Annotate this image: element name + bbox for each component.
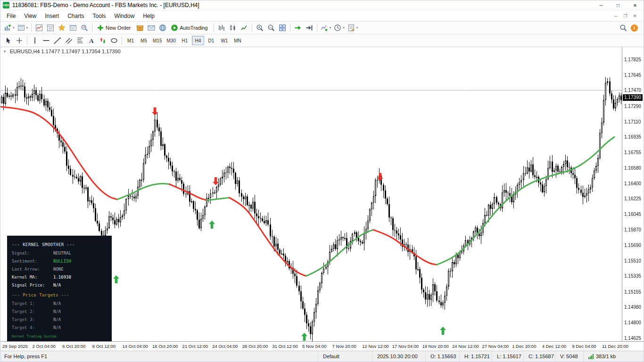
panel-row-value: 1.16938 xyxy=(53,275,71,280)
price-axis-label: 1.15510 xyxy=(624,258,641,263)
periods-icon xyxy=(334,24,341,32)
autotrading-icon xyxy=(171,24,178,32)
search-icon[interactable] xyxy=(619,24,627,32)
terminal-button[interactable] xyxy=(67,23,79,33)
price-axis-label: 1.17825 xyxy=(624,57,641,62)
timeframe-mn-button[interactable]: MN xyxy=(231,36,244,45)
time-axis-label: 7 Nov 20:00 xyxy=(332,344,356,349)
vertical-line-button[interactable] xyxy=(29,35,41,46)
toolbar-separator xyxy=(122,36,122,45)
zoom-out-button[interactable] xyxy=(265,23,277,33)
cursor-button[interactable] xyxy=(2,35,14,46)
fibonacci-retracement-button[interactable] xyxy=(74,35,86,46)
time-axis-label: 1 Dec 20:00 xyxy=(512,344,536,349)
svg-text:A: A xyxy=(89,37,94,44)
dropdown-caret-icon: ▾ xyxy=(330,26,331,30)
autotrading-button[interactable]: AutoTrading xyxy=(168,23,212,33)
data-window-button[interactable] xyxy=(45,23,56,33)
menu-insert[interactable]: Insert xyxy=(41,11,63,21)
horizontal-line-button[interactable] xyxy=(41,35,52,46)
timeframe-m1-button[interactable]: M1 xyxy=(124,36,137,45)
menu-bar: FileViewInsertChartsToolsWindowHelp ─❐✕ xyxy=(0,10,644,21)
price-axis[interactable]: 1.178251.176451.174701.172901.171101.169… xyxy=(622,47,644,341)
panel-row-label: Kernel MA: xyxy=(12,275,53,280)
trendline-button[interactable] xyxy=(52,35,63,46)
minimize-button[interactable]: ─ xyxy=(593,0,610,10)
title-bar: FBS 11836081: FBS-Demo - Demo Account - … xyxy=(0,0,644,10)
current-price-badge: 1.17390 xyxy=(623,94,643,101)
price-axis-label: 1.16580 xyxy=(624,165,641,171)
one-click-trading-arrow[interactable]: ▼ xyxy=(3,49,7,54)
text-label-button[interactable]: A xyxy=(86,35,97,46)
shapes-button[interactable] xyxy=(108,35,120,46)
horizontal-line-icon xyxy=(42,37,50,44)
price-axis-label: 1.14800 xyxy=(624,320,641,325)
menu-charts[interactable]: Charts xyxy=(63,11,88,21)
chart-minimize-button[interactable]: ─ xyxy=(612,14,620,18)
timeframe-m15-button[interactable]: M15 xyxy=(151,36,164,45)
status-volume: V: 5048 xyxy=(555,351,583,362)
status-high: H: 1.15721 xyxy=(459,351,492,362)
panel-row-value: BULLISH xyxy=(53,259,71,263)
time-axis-label: 28 Oct 20:00 xyxy=(242,344,268,349)
zoom-in-button[interactable] xyxy=(254,23,265,33)
maximize-button[interactable]: □ xyxy=(610,0,627,10)
panel-row-label: Signal: xyxy=(12,251,53,255)
codebase-button[interactable] xyxy=(146,23,157,33)
chart-close-button[interactable]: ✕ xyxy=(631,14,639,18)
toolbar-separator xyxy=(27,36,27,45)
menu-view[interactable]: View xyxy=(20,11,41,21)
arrow-objects-button[interactable] xyxy=(97,35,108,46)
tile-windows-button[interactable] xyxy=(277,23,288,33)
indicators-button[interactable]: ▾ xyxy=(319,23,333,33)
strategy-tester-button[interactable] xyxy=(79,23,90,33)
status-profile[interactable]: Default xyxy=(318,351,372,362)
auto-scroll-button[interactable] xyxy=(292,23,304,33)
navigator-button[interactable] xyxy=(56,23,67,33)
crosshair-button[interactable] xyxy=(14,35,25,46)
status-bar-time: 2025.10.30 20:00 xyxy=(372,351,425,362)
chart-shift-button[interactable] xyxy=(304,23,315,33)
mql5-community-icon xyxy=(159,24,166,32)
timeframe-w1-button[interactable]: W1 xyxy=(218,36,231,45)
timeframe-m5-button[interactable]: M5 xyxy=(138,36,150,45)
notification-badge[interactable]: 1 xyxy=(631,25,638,32)
sell-signal-arrow xyxy=(377,173,383,181)
mql5-community-button[interactable] xyxy=(157,23,168,33)
panel-row-value: N/A xyxy=(53,301,61,306)
panel-row-label: Target 2: xyxy=(12,309,53,314)
price-axis-label: 1.16400 xyxy=(624,181,641,186)
timeframe-h1-button[interactable]: H1 xyxy=(179,36,191,45)
line-chart-mode-button[interactable] xyxy=(239,23,250,33)
profiles-button[interactable]: ▾ xyxy=(16,23,30,33)
candlestick-mode-button[interactable] xyxy=(227,23,239,33)
connection-bars-icon xyxy=(588,354,594,359)
chart-restore-button[interactable]: ❐ xyxy=(621,14,629,18)
menu-tools[interactable]: Tools xyxy=(89,11,110,21)
panel-row: Sentiment:BULLISH xyxy=(12,257,107,265)
new-order-button[interactable]: New Order xyxy=(94,23,134,33)
timeframe-d1-button[interactable]: D1 xyxy=(205,36,217,45)
market-store-button[interactable] xyxy=(134,23,146,33)
bar-chart-mode-button[interactable] xyxy=(216,23,227,33)
market-watch-button[interactable] xyxy=(33,23,45,33)
equidistant-channel-button[interactable] xyxy=(63,35,74,46)
menu-file[interactable]: File xyxy=(2,11,20,21)
time-axis-label: 31 Oct 12:00 xyxy=(272,344,297,349)
templates-button[interactable]: ▾ xyxy=(346,23,360,33)
zoom-out-icon xyxy=(267,24,275,32)
menu-help[interactable]: Help xyxy=(139,11,159,21)
dropdown-caret-icon: ▾ xyxy=(343,26,345,30)
timeframe-h4-button[interactable]: H4 xyxy=(192,36,204,45)
cursor-icon xyxy=(4,37,12,44)
periods-button[interactable]: ▾ xyxy=(332,23,346,33)
fbs-logo-icon: FBS xyxy=(3,2,9,8)
close-button[interactable]: ✕ xyxy=(627,0,644,10)
panel-row-label: Last Arrow: xyxy=(12,267,53,272)
new-chart-button[interactable]: ▾ xyxy=(2,23,16,33)
time-axis-label: 24 Nov 12:00 xyxy=(452,344,479,349)
menu-window[interactable]: Window xyxy=(110,11,139,21)
time-axis[interactable]: 29 Sep 20252 Oct 04:006 Oct 20:009 Oct 1… xyxy=(0,341,644,351)
timeframe-m30-button[interactable]: M30 xyxy=(165,36,177,45)
price-axis-label: 1.16755 xyxy=(624,150,641,155)
